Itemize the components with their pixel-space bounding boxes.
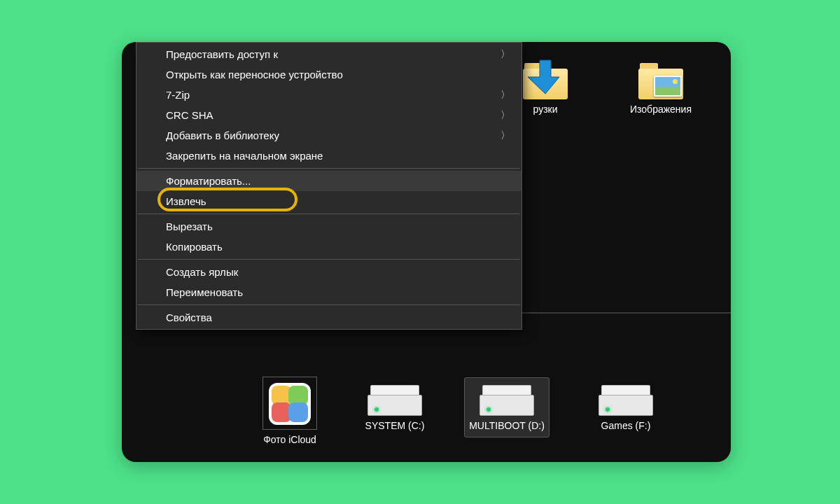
menu-item-label: Свойства	[166, 312, 212, 323]
menu-item-share-access[interactable]: Предоставить доступ к 〉	[136, 44, 522, 64]
menu-item-label: Предоставить доступ к	[166, 48, 278, 60]
menu-item-crc-sha[interactable]: CRC SHA 〉	[136, 105, 522, 125]
folder-label: Изображения	[619, 104, 703, 115]
menu-item-copy[interactable]: Копировать	[136, 237, 522, 257]
menu-item-create-shortcut[interactable]: Создать ярлык	[136, 262, 522, 282]
menu-item-rename[interactable]: Переименовать	[136, 282, 522, 302]
explorer-window: рузки Изображения Фото iCloud	[122, 42, 731, 462]
menu-item-7zip[interactable]: 7-Zip 〉	[136, 85, 522, 105]
drive-games-f[interactable]: Games (F:)	[584, 385, 668, 431]
menu-item-pin-to-start[interactable]: Закрепить на начальном экране	[136, 146, 522, 166]
folder-icon	[638, 63, 683, 99]
menu-separator	[138, 259, 520, 260]
chevron-right-icon: 〉	[500, 109, 510, 122]
folder-icon	[523, 63, 568, 99]
drive-label: SYSTEM (C:)	[353, 420, 437, 431]
icloud-photos-icon	[269, 383, 311, 425]
menu-item-label: Копировать	[166, 241, 223, 253]
context-menu: Предоставить доступ к 〉 Открыть как пере…	[136, 42, 522, 330]
menu-item-eject[interactable]: Извлечь	[136, 191, 522, 211]
picture-thumbnail-icon	[654, 76, 682, 97]
menu-separator	[138, 168, 520, 169]
drive-icon	[368, 385, 422, 416]
folder-pictures[interactable]: Изображения	[619, 63, 703, 115]
drive-label: MULTIBOOT (D:)	[469, 420, 545, 431]
chevron-right-icon: 〉	[500, 48, 510, 61]
menu-item-label: CRC SHA	[166, 109, 214, 121]
menu-separator	[138, 214, 520, 214]
menu-item-label: Извлечь	[166, 195, 206, 207]
menu-item-properties[interactable]: Свойства	[136, 307, 522, 328]
divider-line	[522, 312, 731, 314]
menu-item-add-to-library[interactable]: Добавить в библиотеку 〉	[136, 125, 522, 146]
download-arrow-icon	[528, 57, 563, 97]
drive-system-c[interactable]: SYSTEM (C:)	[353, 385, 437, 431]
drive-icon	[479, 385, 534, 416]
menu-item-label: 7-Zip	[166, 89, 190, 101]
menu-item-cut[interactable]: Вырезать	[136, 216, 522, 237]
menu-item-label: Добавить в библиотеку	[166, 130, 279, 141]
chevron-right-icon: 〉	[500, 89, 510, 102]
item-label: Фото iCloud	[248, 434, 332, 445]
menu-item-format[interactable]: Форматировать...	[136, 171, 522, 191]
menu-item-label: Форматировать...	[166, 175, 251, 187]
drive-label: Games (F:)	[584, 420, 668, 431]
menu-item-label: Закрепить на начальном экране	[166, 150, 323, 162]
menu-item-open-portable-device[interactable]: Открыть как переносное устройство	[136, 64, 522, 85]
menu-item-label: Открыть как переносное устройство	[166, 69, 343, 80]
menu-item-label: Переименовать	[166, 286, 243, 298]
drive-multiboot-d[interactable]: MULTIBOOT (D:)	[465, 378, 549, 437]
menu-separator	[138, 304, 520, 305]
drive-icon	[598, 385, 653, 416]
menu-item-label: Вырезать	[166, 220, 213, 232]
chevron-right-icon: 〉	[500, 130, 510, 142]
menu-item-label: Создать ярлык	[166, 266, 238, 278]
icloud-photos-item[interactable]: Фото iCloud	[248, 377, 332, 445]
